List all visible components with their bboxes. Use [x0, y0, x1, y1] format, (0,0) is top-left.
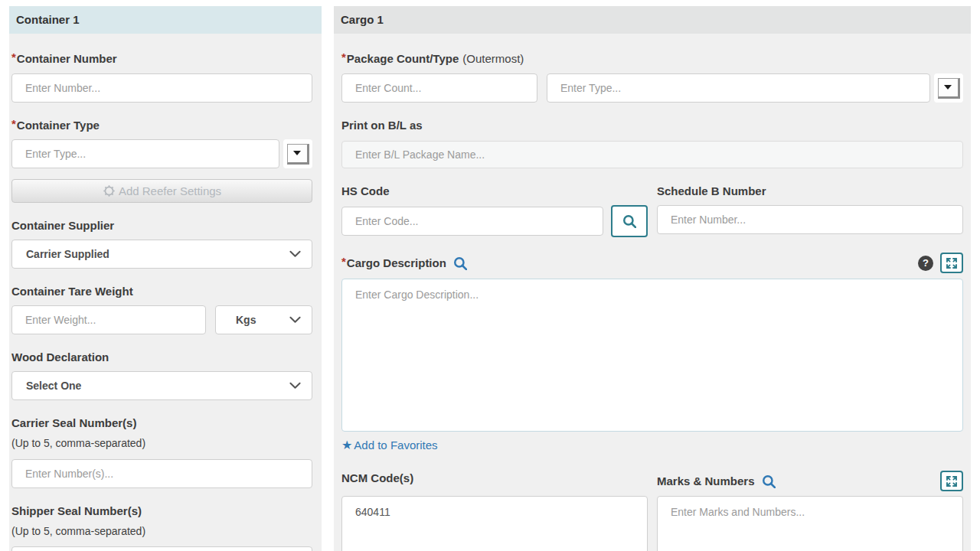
help-icon[interactable]: ?: [918, 256, 933, 271]
hs-code-input-row: [341, 205, 648, 237]
cargo-panel-body: *Package Count/Type(Outermost) Print on …: [334, 34, 971, 551]
cargo-panel: Cargo 1 *Package Count/Type(Outermost) P…: [334, 6, 971, 551]
wood-declaration-select[interactable]: Select One: [11, 371, 312, 400]
reefer-gear-icon: [103, 184, 116, 197]
required-marker: *: [341, 51, 346, 64]
package-count-type-row: [341, 73, 963, 103]
cargo-description-expand-button[interactable]: [940, 253, 963, 273]
dropdown-button-face: [938, 78, 960, 99]
print-on-bl-input: [341, 141, 963, 168]
shipper-seal-input[interactable]: [11, 546, 312, 551]
ncm-label: NCM Code(s): [341, 471, 648, 486]
hs-code-label: HS Code: [341, 184, 648, 199]
hs-code-group: HS Code: [341, 168, 648, 237]
package-count-type-label: *Package Count/Type(Outermost): [341, 51, 963, 67]
container-panel-title: Container 1: [9, 6, 322, 34]
ncm-marks-textarea-row: 640411: [341, 491, 963, 551]
package-type-dropdown-button[interactable]: [934, 73, 963, 103]
chevron-down-icon: [289, 316, 301, 324]
triangle-down-icon: [944, 85, 952, 90]
hs-code-input[interactable]: [341, 207, 603, 236]
container-supplier-label: Container Supplier: [11, 218, 312, 233]
required-marker: *: [11, 117, 16, 130]
schedule-b-label: Schedule B Number: [657, 184, 963, 199]
container-panel: Container 1 *Container Number *Container…: [9, 6, 322, 551]
tare-weight-unit-value: Kgs: [236, 314, 256, 326]
container-panel-body: *Container Number *Container Type Add Re…: [9, 34, 322, 551]
marks-label-cell: Marks & Numbers: [657, 471, 963, 491]
shipper-seal-note: (Up to 5, comma-separated): [11, 524, 312, 538]
add-to-favorites-label: Add to Favorites: [354, 439, 437, 452]
container-number-label: *Container Number: [11, 51, 312, 67]
required-marker: *: [341, 255, 346, 268]
container-type-label: *Container Type: [11, 118, 312, 133]
print-on-bl-label: Print on B/L as: [341, 118, 963, 133]
container-type-dropdown-button[interactable]: [283, 139, 312, 168]
wood-declaration-value: Select One: [26, 380, 81, 392]
triangle-down-icon: [293, 151, 301, 155]
hs-schedule-row: HS Code Schedule B Number: [341, 168, 963, 237]
chevron-down-icon: [289, 250, 301, 258]
ncm-textarea-cell: 640411: [341, 491, 648, 551]
form-panels: Container 1 *Container Number *Container…: [9, 6, 971, 551]
container-number-input[interactable]: [11, 73, 312, 103]
add-to-favorites-link[interactable]: ★ Add to Favorites: [341, 439, 438, 452]
cargo-description-label: *Cargo Description: [341, 256, 446, 271]
marks-label: Marks & Numbers: [657, 474, 755, 489]
container-type-input[interactable]: [11, 139, 279, 168]
cargo-panel-title: Cargo 1: [334, 6, 971, 34]
cargo-description-textarea[interactable]: [341, 279, 963, 432]
chevron-down-icon: [289, 382, 301, 390]
marks-numbers-textarea[interactable]: [657, 496, 963, 551]
carrier-seal-note: (Up to 5, comma-separated): [11, 436, 312, 450]
shipper-seal-label: Shipper Seal Number(s): [11, 504, 312, 519]
container-supplier-select[interactable]: Carrier Supplied: [11, 240, 312, 269]
marks-textarea-cell: [657, 491, 963, 551]
package-count-input[interactable]: [341, 73, 537, 103]
package-type-input[interactable]: [547, 73, 930, 103]
search-icon: [622, 214, 636, 228]
container-type-row: [11, 139, 312, 168]
wood-declaration-label: Wood Declaration: [11, 350, 312, 365]
marks-search-icon[interactable]: [762, 474, 776, 488]
hs-code-search-button[interactable]: [611, 205, 648, 237]
container-supplier-value: Carrier Supplied: [26, 248, 109, 260]
ncm-codes-textarea[interactable]: 640411: [341, 496, 648, 551]
tare-weight-row: Kgs: [11, 305, 312, 334]
tare-weight-unit-select[interactable]: Kgs: [215, 305, 312, 334]
expand-icon: [946, 475, 958, 487]
expand-icon: [946, 257, 958, 269]
ncm-marks-label-row: NCM Code(s) Marks & Numbers: [341, 471, 963, 491]
tare-weight-label: Container Tare Weight: [11, 284, 312, 299]
add-reefer-settings-button[interactable]: Add Reefer Settings: [11, 179, 312, 203]
carrier-seal-label: Carrier Seal Number(s): [11, 416, 312, 431]
marks-expand-button[interactable]: [940, 471, 963, 491]
star-icon: ★: [341, 439, 352, 452]
carrier-seal-input[interactable]: [11, 459, 312, 488]
schedule-b-group: Schedule B Number: [657, 168, 963, 237]
schedule-b-input[interactable]: [657, 205, 963, 234]
cargo-description-search-icon[interactable]: [453, 256, 467, 270]
cargo-description-label-row: *Cargo Description ?: [341, 253, 963, 273]
required-marker: *: [11, 51, 16, 64]
package-outermost-suffix: (Outermost): [462, 52, 524, 65]
ncm-label-cell: NCM Code(s): [341, 471, 648, 491]
dropdown-button-face: [287, 144, 309, 165]
add-reefer-settings-label: Add Reefer Settings: [119, 184, 221, 197]
tare-weight-input[interactable]: [11, 305, 206, 334]
